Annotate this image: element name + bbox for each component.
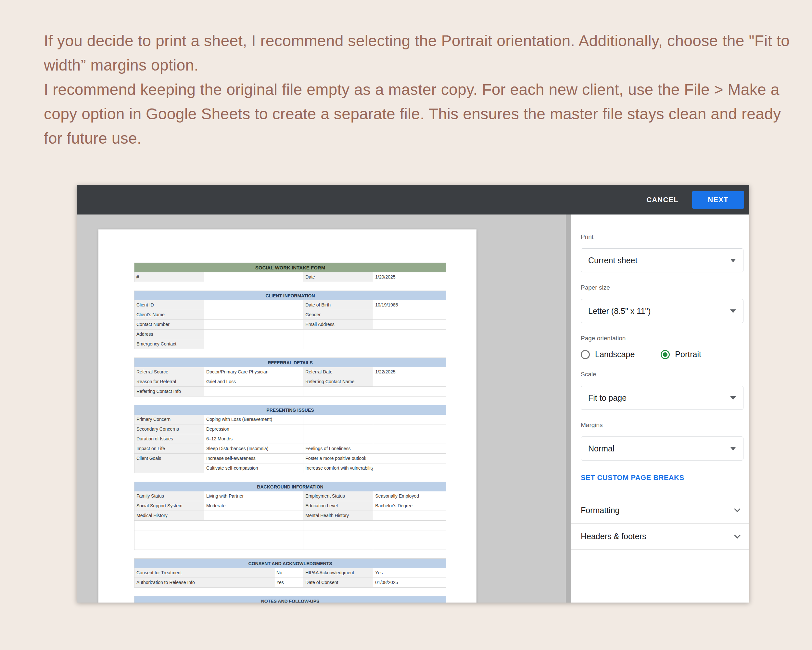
form-field-value: 01/08/2025 [373, 578, 446, 587]
form-field-value [303, 434, 373, 444]
preview-scrollbar[interactable] [566, 214, 571, 603]
form-field-value [303, 330, 373, 339]
form-field-value: Yes [275, 578, 303, 587]
scale-label: Scale [581, 371, 743, 378]
form-row: Medical HistoryMental Health History [134, 511, 446, 521]
scale-dropdown-value: Fit to page [588, 393, 627, 403]
form-row: Secondary ConcernsDepression [134, 424, 446, 434]
form-field-value [303, 521, 373, 531]
form-row [134, 540, 446, 550]
paper-size-dropdown-value: Letter (8.5" x 11") [588, 306, 650, 316]
headers-footers-section-toggle[interactable]: Headers & footers [571, 523, 749, 549]
dropdown-arrow-icon [730, 447, 736, 450]
form-field-value: 10/19/1985 [373, 300, 446, 310]
form-field-value [204, 521, 303, 531]
cancel-button[interactable]: CANCEL [646, 196, 679, 204]
margins-label: Margins [581, 422, 743, 429]
form-field-value [204, 310, 303, 320]
form-field-value: Bachelor's Degree [373, 501, 446, 511]
orientation-radio-group: Landscape Portrait [581, 350, 743, 359]
form-field-label: Mental Health History [303, 511, 373, 521]
form-row: Emergency Contact [134, 339, 446, 349]
form-field-label: Consent for Treatment [134, 568, 275, 578]
form-row: Social Support SystemModerateEducation L… [134, 501, 446, 511]
scale-dropdown[interactable]: Fit to page [581, 386, 743, 410]
form-field-label: Secondary Concerns [134, 424, 204, 434]
form-row: Referral SourceDoctor/Primary Care Physi… [134, 367, 446, 377]
form-field-value: Depression [204, 424, 303, 434]
intake-form: SOCIAL WORK INTAKE FORM#Date1/20/2025CLI… [134, 263, 446, 603]
form-section-gap [134, 550, 446, 558]
set-custom-page-breaks-link[interactable]: SET CUSTOM PAGE BREAKS [581, 474, 684, 482]
dropdown-arrow-icon [730, 396, 736, 400]
scale-field-group: Scale Fit to page [581, 371, 743, 410]
landscape-radio[interactable]: Landscape [581, 350, 635, 359]
dropdown-arrow-icon [730, 259, 736, 262]
form-section-header: CLIENT INFORMATION [134, 291, 446, 300]
form-field-value: 1/20/2025 [373, 272, 446, 282]
form-field-label: # [134, 272, 204, 282]
form-field-label: Date of Consent [303, 578, 373, 587]
form-field-label: Client's Name [134, 310, 204, 320]
headers-footers-section-label: Headers & footers [581, 532, 646, 541]
form-field-label: Medical History [134, 511, 204, 521]
next-button[interactable]: NEXT [692, 191, 744, 209]
form-field-label: Address [134, 330, 204, 339]
formatting-section-label: Formatting [581, 506, 620, 515]
page-orientation-label: Page orientation [581, 335, 743, 342]
print-dropdown[interactable]: Current sheet [581, 248, 743, 272]
form-field-label: Contact Number [134, 320, 204, 330]
orientation-field-group: Page orientation Landscape Portrait [581, 335, 743, 359]
form-field-value [204, 320, 303, 330]
form-field-label: Reason for Referral [134, 377, 204, 387]
form-section-gap [134, 473, 446, 482]
form-field-value [373, 454, 446, 463]
form-field-value [134, 540, 204, 550]
form-field-label: Referring Contact Name [303, 377, 373, 387]
radio-button-icon [581, 350, 590, 359]
form-field-value: Living with Partner [204, 491, 303, 501]
landscape-radio-label: Landscape [595, 350, 635, 359]
form-row: Contact NumberEmail Address [134, 320, 446, 330]
form-field-value: 6–12 Months [204, 434, 303, 444]
form-row: Client GoalsIncrease self-awarenessFoste… [134, 454, 446, 463]
form-field-value [303, 540, 373, 550]
instructions-paragraph-1: If you decide to print a sheet, I recomm… [44, 29, 797, 77]
portrait-radio[interactable]: Portrait [661, 350, 701, 359]
paper-size-dropdown[interactable]: Letter (8.5" x 11") [581, 299, 743, 323]
form-field-value: Moderate [204, 501, 303, 511]
formatting-section-toggle[interactable]: Formatting [571, 497, 749, 523]
print-settings-panel: Print Current sheet Paper size Letter (8… [571, 214, 749, 603]
form-field-label: Email Address [303, 320, 373, 330]
form-row: Primary ConcernCoping with Loss (Bereave… [134, 415, 446, 424]
form-field-value [373, 540, 446, 550]
portrait-radio-label: Portrait [675, 350, 701, 359]
form-field-value [373, 424, 446, 434]
form-field-value: Sleep Disturbances (Insomnia) [204, 444, 303, 454]
print-preview-area[interactable]: SOCIAL WORK INTAKE FORM#Date1/20/2025CLI… [77, 214, 571, 603]
form-row: Reason for ReferralGrief and LossReferri… [134, 377, 446, 387]
form-section-header: REFERRAL DETAILS [134, 358, 446, 367]
margins-dropdown[interactable]: Normal [581, 436, 743, 460]
form-field-value [373, 444, 446, 454]
form-field-value [204, 300, 303, 310]
form-field-value [303, 415, 373, 424]
form-field-value: Grief and Loss [204, 377, 303, 387]
form-field-label: Duration of Issues [134, 434, 204, 444]
paper-size-field-group: Paper size Letter (8.5" x 11") [581, 284, 743, 323]
print-dropdown-value: Current sheet [588, 256, 637, 265]
form-field-value [373, 434, 446, 444]
print-settings-dialog: CANCEL NEXT SOCIAL WORK INTAKE FORM#Date… [77, 185, 749, 603]
form-section-header: PRESENTING ISSUES [134, 405, 446, 415]
form-field-value [204, 272, 303, 282]
paper-size-label: Paper size [581, 284, 743, 291]
form-row: Client's NameGender [134, 310, 446, 320]
print-field-group: Print Current sheet [581, 233, 743, 272]
print-label: Print [581, 233, 743, 240]
form-row: Duration of Issues6–12 Months [134, 434, 446, 444]
form-row: Consent for TreatmentNoHIPAA Acknowledgm… [134, 568, 446, 578]
form-section-gap [134, 282, 446, 291]
form-section-gap [134, 349, 446, 358]
form-field-value [303, 531, 373, 540]
form-row: #Date1/20/2025 [134, 272, 446, 282]
